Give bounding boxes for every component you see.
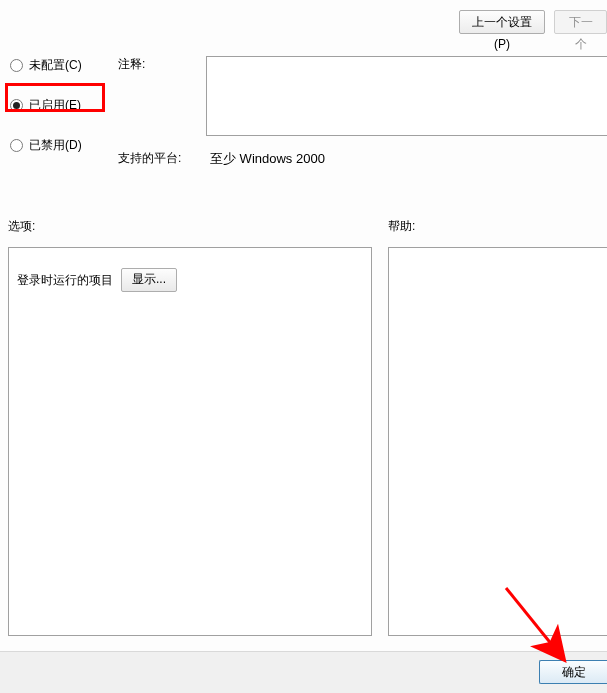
radio-icon: [10, 139, 23, 152]
show-button[interactable]: 显示...: [121, 268, 177, 292]
run-items-label: 登录时运行的项目: [17, 272, 113, 289]
radio-label: 已启用(E): [29, 97, 81, 114]
help-label: 帮助:: [388, 218, 415, 235]
next-setting-button: 下一个: [554, 10, 607, 34]
radio-label: 未配置(C): [29, 57, 82, 74]
comment-label: 注释:: [118, 56, 145, 73]
options-panel: 登录时运行的项目 显示...: [8, 247, 372, 636]
radio-icon: [10, 59, 23, 72]
radio-icon: [10, 99, 23, 112]
supported-platform-label: 支持的平台:: [118, 150, 181, 167]
help-panel: [388, 247, 607, 636]
run-items-row: 登录时运行的项目 显示...: [17, 268, 363, 292]
supported-platform-value: 至少 Windows 2000: [210, 150, 325, 168]
not-configured-radio[interactable]: 未配置(C): [8, 52, 86, 78]
radio-label: 已禁用(D): [29, 137, 82, 154]
dialog-footer: [0, 651, 607, 693]
state-radio-group: 未配置(C) 已启用(E) 已禁用(D): [8, 52, 86, 172]
comment-textarea[interactable]: [206, 56, 607, 136]
enabled-radio[interactable]: 已启用(E): [8, 92, 86, 118]
previous-setting-button[interactable]: 上一个设置(P): [459, 10, 545, 34]
ok-button[interactable]: 确定: [539, 660, 607, 684]
disabled-radio[interactable]: 已禁用(D): [8, 132, 86, 158]
options-label: 选项:: [8, 218, 35, 235]
gpedit-policy-dialog: 上一个设置(P) 下一个 未配置(C) 已启用(E) 已禁用(D) 注释: 支持…: [0, 0, 607, 693]
